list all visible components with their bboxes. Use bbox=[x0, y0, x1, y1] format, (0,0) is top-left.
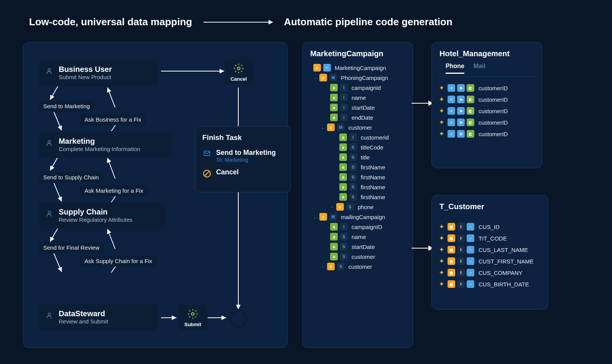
type-int-icon: I bbox=[340, 223, 348, 231]
tree-node[interactable]: aSstartDate bbox=[309, 242, 407, 252]
submit-node[interactable]: Submit bbox=[179, 305, 207, 330]
caret-down-icon: ⌄ bbox=[313, 215, 317, 219]
entity-badge-icon: e bbox=[327, 123, 335, 131]
tree-node[interactable]: aSname bbox=[309, 232, 407, 242]
type-int-icon: I bbox=[340, 104, 348, 111]
tree-node[interactable]: aSfirstName bbox=[309, 182, 407, 192]
tree-node[interactable]: a I startDate bbox=[309, 102, 407, 112]
bulb-icon: ◉ bbox=[448, 280, 455, 288]
field-row[interactable]: ✦◉I→TIT_CODE bbox=[439, 232, 541, 244]
tree-node[interactable]: aStitle bbox=[309, 152, 407, 162]
bulb-icon: ◉ bbox=[448, 269, 455, 276]
arrow-right-icon: → bbox=[467, 257, 474, 265]
hotel-management-panel: Hotel_Management Phone Mail ✦≡➤◐customer… bbox=[431, 42, 542, 168]
map-arrow-icon bbox=[323, 64, 331, 72]
clock-icon: ◐ bbox=[467, 130, 474, 138]
workflow-card-data-steward[interactable]: DataSteward Review and Submit bbox=[39, 304, 157, 330]
clock-icon: ◐ bbox=[467, 84, 474, 92]
field-row[interactable]: ✦≡➤◐customerID bbox=[439, 82, 535, 94]
tree-node[interactable]: ⌄eMmailingCampaign bbox=[309, 212, 407, 222]
type-int-icon: I bbox=[457, 257, 465, 265]
field-row[interactable]: ✦◉I→CUS_LAST_NAME bbox=[439, 244, 541, 255]
svg-line-7 bbox=[54, 183, 62, 202]
tree-node[interactable]: a I campaignid bbox=[309, 83, 407, 93]
clock-icon: ◐ bbox=[467, 96, 474, 103]
tree-node[interactable]: aIcampaignID bbox=[309, 222, 407, 232]
attribute-badge-icon: a bbox=[330, 114, 338, 121]
tab-mail[interactable]: Mail bbox=[474, 63, 485, 73]
node-label: Submit bbox=[183, 322, 202, 327]
field-row[interactable]: ✦◉I→CUS_BIRTH_DATE bbox=[439, 278, 541, 290]
tree-node[interactable]: ›eSphone bbox=[309, 202, 407, 212]
type-int-icon: I bbox=[457, 280, 465, 288]
cancel-action[interactable]: Cancel bbox=[202, 168, 283, 180]
tree-node[interactable]: aIcustomerid bbox=[309, 132, 407, 142]
svg-line-13 bbox=[107, 229, 115, 249]
popover-title: Finish Task bbox=[202, 133, 283, 142]
transition-pill: Ask Marketing for a Fix bbox=[80, 185, 148, 196]
bulb-icon: ◉ bbox=[448, 234, 455, 242]
entity-badge-icon: e bbox=[319, 213, 327, 221]
clock-icon: ◐ bbox=[467, 107, 474, 115]
tree-node[interactable]: aSfirstName bbox=[309, 172, 407, 182]
tree-node[interactable]: aSfirstName bbox=[309, 162, 407, 172]
map-arrow-icon: ➤ bbox=[457, 130, 465, 138]
type-m-icon: M bbox=[329, 74, 337, 81]
tree-node[interactable]: ⌄ e M customer bbox=[309, 122, 407, 132]
type-int-icon: I bbox=[340, 84, 348, 91]
svg-line-9 bbox=[107, 158, 115, 179]
workflow-card-supply-chain[interactable]: Supply Chain Review Regulatory Attribute… bbox=[39, 202, 165, 229]
field-row[interactable]: ✦≡➤◐customerID bbox=[439, 94, 535, 105]
clock-icon: ◐ bbox=[467, 119, 474, 126]
header-right: Automatic pipeline code generation bbox=[284, 16, 452, 28]
tab-phone[interactable]: Phone bbox=[446, 63, 464, 74]
field-row[interactable]: ✦≡➤◐customerID bbox=[439, 117, 535, 128]
tree-node[interactable]: ›eScustomer bbox=[309, 262, 407, 271]
star-icon: ✦ bbox=[439, 245, 446, 254]
star-icon: ✦ bbox=[439, 118, 446, 127]
tree-node[interactable]: e MarketingCampaign bbox=[309, 63, 407, 73]
star-icon: ✦ bbox=[439, 257, 446, 265]
attribute-badge-icon: a bbox=[330, 223, 338, 231]
user-icon bbox=[46, 312, 53, 319]
field-row[interactable]: ✦≡➤◐customerID bbox=[439, 128, 535, 140]
field-row[interactable]: ✦≡➤◐customerID bbox=[439, 105, 535, 117]
card-title: DataSteward bbox=[59, 309, 108, 318]
tree-node[interactable]: a I name bbox=[309, 93, 407, 102]
svg-line-24 bbox=[205, 171, 209, 176]
tree-node[interactable]: a I endDate bbox=[309, 112, 407, 122]
tree-node[interactable]: ⌄ e M PhoningCampaign bbox=[309, 73, 407, 83]
type-int-icon: I bbox=[457, 234, 465, 242]
field-row[interactable]: ✦◉I→CUST_FIRST_NAME bbox=[439, 255, 541, 267]
type-int-icon: I bbox=[457, 269, 465, 276]
svg-line-2 bbox=[50, 86, 58, 100]
cancel-node[interactable]: Cancel bbox=[225, 59, 253, 84]
send-to-marketing-action[interactable]: Send to Marketing To: Marketing bbox=[202, 149, 283, 163]
tab-bar: Phone Mail bbox=[438, 63, 536, 77]
type-string-icon: S bbox=[349, 153, 357, 161]
workflow-arrows bbox=[23, 42, 288, 348]
type-string-icon: S bbox=[337, 263, 345, 270]
arrow-right-icon: → bbox=[467, 246, 474, 253]
tree-node[interactable]: aSfirstName bbox=[309, 192, 407, 202]
panel-title: Hotel_Management bbox=[432, 42, 542, 63]
type-m-icon: M bbox=[329, 213, 337, 221]
field-row[interactable]: ✦◉I→CUS_COMPANY bbox=[439, 267, 541, 278]
map-arrow-icon: ➤ bbox=[457, 107, 465, 115]
type-int-icon: I bbox=[340, 114, 348, 121]
svg-point-21 bbox=[192, 313, 194, 315]
workflow-card-business-user[interactable]: Business User Submit New Product bbox=[39, 60, 157, 86]
caret-down-icon: ⌄ bbox=[321, 125, 325, 130]
tree-node[interactable]: aStitleCode bbox=[309, 142, 407, 152]
card-subtitle: Submit New Product bbox=[59, 74, 112, 80]
attribute-badge-icon: a bbox=[339, 153, 347, 161]
tree-node[interactable]: aScustomer bbox=[309, 252, 407, 262]
card-subtitle: Review and Submit bbox=[59, 318, 108, 325]
arrow-icon bbox=[412, 248, 432, 249]
workflow-card-marketing[interactable]: Marketing Complete Marketing Information bbox=[39, 132, 173, 158]
attribute-badge-icon: a bbox=[330, 243, 338, 250]
node-label: Cancel bbox=[229, 76, 248, 82]
transition-pill: Send to Marketing bbox=[39, 101, 94, 112]
field-row[interactable]: ✦◉I→CUS_ID bbox=[439, 221, 541, 232]
attribute-badge-icon: a bbox=[339, 173, 347, 181]
